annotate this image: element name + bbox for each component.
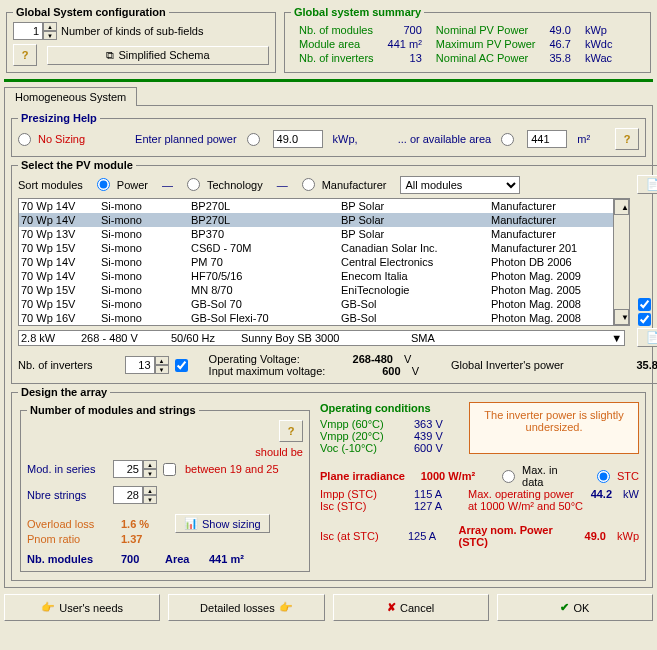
list-row[interactable]: 70 Wp 13VSi-monoBP370BP SolarManufacture… (19, 227, 613, 241)
close-icon: ✘ (387, 601, 396, 614)
global-config-legend: Global System configuration (13, 6, 169, 18)
help-button[interactable]: ? (13, 44, 37, 66)
list-row[interactable]: 70 Wp 15VSi-monoCS6D - 70MCanadian Solar… (19, 241, 613, 255)
or-area-label: ... or available area (398, 133, 492, 145)
area-input[interactable] (527, 130, 567, 148)
dropdown-icon[interactable]: ▼ (611, 332, 622, 344)
subfields-input[interactable] (13, 22, 43, 40)
nb-inv-input[interactable] (125, 356, 155, 374)
open-module-button[interactable]: 📄Open (637, 175, 657, 194)
list-header: 70 Wp 14VSi-monoBP270LBP SolarManufactur… (19, 199, 613, 213)
open-icon: 📄 (646, 331, 657, 344)
summary-legend: Global system summary (291, 6, 424, 18)
ok-button[interactable]: ✔OK (497, 594, 653, 621)
module-list[interactable]: 70 Wp 14VSi-monoBP270LBP SolarManufactur… (18, 198, 630, 326)
nms-legend: Number of modules and strings (27, 404, 199, 416)
chart-icon: 📊 (184, 517, 198, 530)
power-input[interactable] (273, 130, 323, 148)
cancel-button[interactable]: ✘Cancel (333, 594, 489, 621)
hand-icon: 👉 (41, 601, 55, 614)
area-radio[interactable] (501, 133, 514, 146)
power-radio[interactable] (247, 133, 260, 146)
spin-down[interactable]: ▼ (43, 31, 57, 40)
hz60-check[interactable]: 60 Hz (638, 313, 657, 326)
scroll-down[interactable]: ▼ (614, 309, 629, 325)
sort-power[interactable]: Power (97, 178, 148, 191)
hz50-check[interactable]: 50 Hz (638, 298, 657, 311)
nbstr-stepper[interactable]: ▲▼ (113, 486, 157, 504)
between-check[interactable] (163, 463, 176, 476)
detailed-losses-button[interactable]: Detailed losses👉 (168, 594, 324, 621)
mod-series-label: Mod. in series (27, 463, 107, 475)
enter-power-label: Enter planned power (135, 133, 237, 145)
open-inverter-button[interactable]: 📄Open (637, 328, 657, 347)
opcond-label: Operating conditions (320, 402, 461, 414)
sort-manuf[interactable]: Manufacturer (302, 178, 387, 191)
nms-help-button[interactable]: ? (279, 420, 303, 442)
list-scrollbar[interactable]: ▲ ▼ (613, 199, 629, 325)
pv-legend: Select the PV module (18, 159, 136, 171)
module-filter-select[interactable]: All modules (400, 176, 520, 194)
show-sizing-button[interactable]: 📊Show sizing (175, 514, 270, 533)
inv-check[interactable] (175, 359, 188, 372)
list-row[interactable]: 70 Wp 15VSi-monoMN 8/70EniTecnologiePhot… (19, 283, 613, 297)
sort-tech[interactable]: Technology (187, 178, 263, 191)
list-row[interactable]: 70 Wp 16VSi-monoGB-Sol Flexi-70GB-SolPho… (19, 311, 613, 325)
stc-radio[interactable]: STC (597, 470, 639, 483)
scroll-up[interactable]: ▲ (614, 199, 629, 215)
subfields-label: Number of kinds of sub-fields (61, 25, 203, 37)
mod-series-stepper[interactable]: ▲▼ (113, 460, 157, 478)
list-row-selected[interactable]: 70 Wp 14VSi-monoBP270LBP SolarManufactur… (19, 213, 613, 227)
design-legend: Design the array (18, 386, 110, 398)
list-row[interactable]: 70 Wp 15VSi-monoGB-Sol 70GB-SolPhoton Ma… (19, 297, 613, 311)
tab-homogeneous[interactable]: Homogeneous System (4, 87, 137, 106)
open-icon: 📄 (646, 178, 657, 191)
presizing-legend: Presizing Help (18, 112, 100, 124)
check-icon: ✔ (560, 601, 569, 614)
inverter-warning: The inverter power is slightly undersize… (469, 402, 639, 454)
spin-up[interactable]: ▲ (43, 22, 57, 31)
hand-icon: 👉 (279, 601, 293, 614)
sort-label: Sort modules (18, 179, 83, 191)
subfields-stepper[interactable]: ▲▼ (13, 22, 57, 40)
nb-inv-label: Nb. of inverters (18, 359, 93, 371)
summary-table: Nb. of modules700Nominal PV Power49.0kWp… (291, 22, 620, 66)
divider (4, 79, 653, 82)
list-row[interactable]: 70 Wp 14VSi-monoHF70/5/16Enecom ItaliaPh… (19, 269, 613, 283)
schema-icon: ⧉ (106, 49, 114, 62)
nb-inv-stepper[interactable]: ▲▼ (125, 356, 169, 374)
no-sizing-radio[interactable]: No Sizing (18, 133, 85, 146)
maxdata-radio[interactable]: Max. in data (502, 464, 579, 488)
list-row[interactable]: 70 Wp 14VSi-monoPM 70Central Electronics… (19, 255, 613, 269)
nbstr-label: Nbre strings (27, 489, 107, 501)
presizing-help-button[interactable]: ? (615, 128, 639, 150)
simplified-schema-button[interactable]: ⧉ Simplified Schema (47, 46, 269, 65)
users-needs-button[interactable]: 👉User's needs (4, 594, 160, 621)
